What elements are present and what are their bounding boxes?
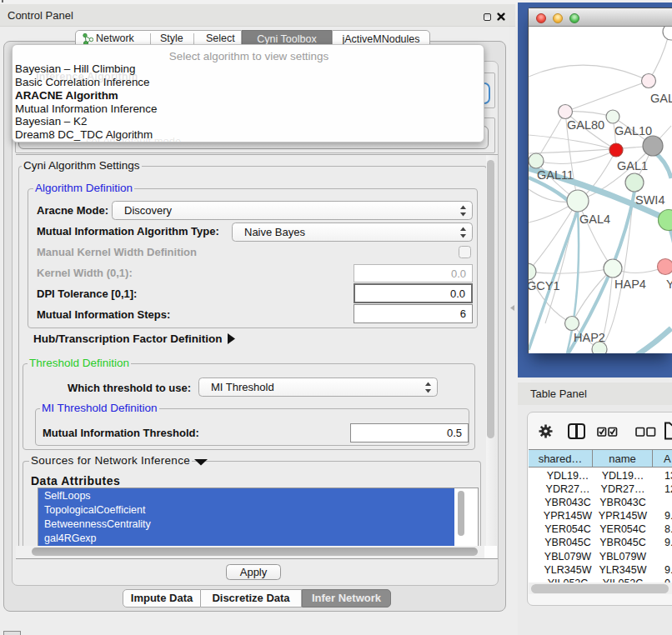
svg-text:GAL7: GAL7 xyxy=(650,92,672,105)
svg-text:GCY1: GCY1 xyxy=(529,279,560,292)
svg-text:GAL11: GAL11 xyxy=(537,168,574,182)
svg-text:YJ: YJ xyxy=(666,278,672,291)
svg-text:GAL1: GAL1 xyxy=(617,159,648,172)
svg-text:GAL10: GAL10 xyxy=(614,124,652,138)
svg-text:HAP2: HAP2 xyxy=(574,331,605,344)
svg-text:GAL80: GAL80 xyxy=(567,118,604,132)
svg-text:HAP4: HAP4 xyxy=(614,278,646,291)
svg-text:SWI4: SWI4 xyxy=(635,193,664,207)
svg-text:GAL4: GAL4 xyxy=(579,212,610,226)
